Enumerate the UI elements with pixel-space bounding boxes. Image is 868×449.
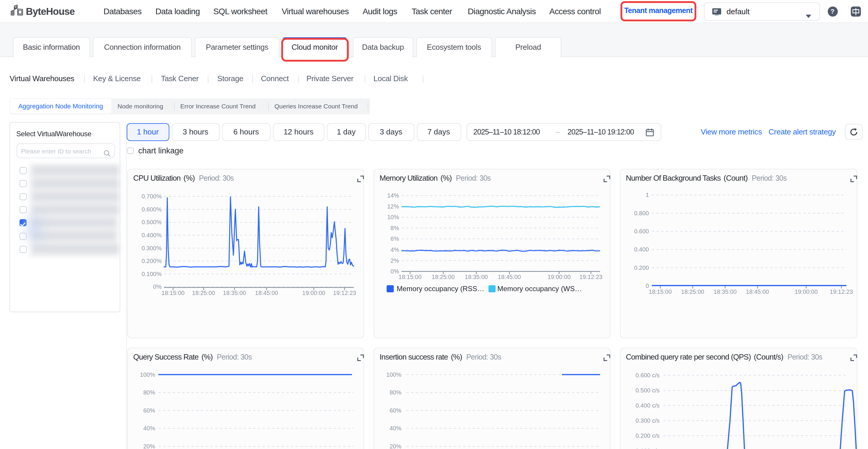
svg-text:0.600: 0.600 [634, 228, 649, 235]
svg-text:0.500 c/s: 0.500 c/s [636, 387, 659, 394]
svg-text:14%: 14% [387, 192, 399, 199]
svg-text:0.200: 0.200 [634, 265, 649, 271]
svg-text:19:00:00: 19:00:00 [548, 274, 571, 280]
svg-text:18:25:00: 18:25:00 [192, 290, 215, 296]
svg-text:0: 0 [646, 282, 649, 289]
svg-text:19:12:23: 19:12:23 [830, 289, 853, 295]
svg-text:40%: 40% [390, 425, 401, 431]
svg-text:1: 1 [646, 191, 649, 198]
svg-text:0.200%: 0.200% [142, 258, 162, 264]
svg-text:18:15:00: 18:15:00 [649, 289, 672, 295]
svg-text:80%: 80% [143, 389, 155, 396]
svg-text:18:35:00: 18:35:00 [223, 290, 246, 296]
svg-text:0.400: 0.400 [634, 246, 649, 252]
svg-text:19:12:23: 19:12:23 [579, 274, 602, 280]
svg-text:100%: 100% [386, 371, 401, 378]
svg-text:8%: 8% [391, 225, 399, 231]
svg-text:18:15:00: 18:15:00 [399, 274, 422, 280]
svg-text:80%: 80% [390, 389, 401, 396]
svg-text:20%: 20% [143, 443, 155, 449]
svg-text:18:25:00: 18:25:00 [432, 274, 455, 280]
svg-text:60%: 60% [143, 407, 155, 414]
svg-text:18:45:00: 18:45:00 [498, 274, 521, 280]
svg-text:19:00:00: 19:00:00 [302, 290, 326, 296]
svg-text:0%: 0% [391, 268, 399, 274]
svg-text:18:25:00: 18:25:00 [681, 289, 704, 295]
svg-text:12%: 12% [387, 203, 399, 210]
svg-text:18:15:00: 18:15:00 [162, 290, 185, 296]
svg-text:0.100%: 0.100% [142, 271, 162, 277]
svg-text:0.400 c/s: 0.400 c/s [636, 402, 659, 409]
svg-text:18:35:00: 18:35:00 [465, 274, 488, 280]
svg-text:0.300%: 0.300% [142, 245, 162, 251]
svg-text:0.200 c/s: 0.200 c/s [636, 432, 659, 439]
svg-text:2%: 2% [391, 258, 399, 264]
svg-text:0.800: 0.800 [634, 210, 649, 216]
svg-text:0%: 0% [153, 283, 162, 290]
svg-text:Memory occupancy (WS…: Memory occupancy (WS… [497, 285, 582, 293]
svg-text:100%: 100% [140, 371, 155, 378]
svg-text:19:12:23: 19:12:23 [333, 290, 356, 296]
svg-text:18:35:00: 18:35:00 [713, 289, 737, 295]
svg-text:60%: 60% [390, 407, 401, 414]
svg-text:18:45:00: 18:45:00 [255, 290, 278, 296]
svg-text:6%: 6% [391, 236, 399, 242]
svg-text:0.600 c/s: 0.600 c/s [636, 372, 659, 379]
svg-text:0.500%: 0.500% [142, 219, 162, 226]
svg-text:10%: 10% [387, 214, 399, 220]
svg-text:Memory occupancy (RSS…: Memory occupancy (RSS… [397, 285, 484, 293]
svg-text:40%: 40% [143, 425, 155, 431]
svg-text:0.100 c/s: 0.100 c/s [636, 448, 659, 449]
svg-text:0.300 c/s: 0.300 c/s [636, 417, 659, 424]
svg-text:4%: 4% [391, 246, 399, 253]
svg-text:0.700%: 0.700% [142, 193, 162, 200]
svg-text:0.600%: 0.600% [142, 206, 162, 213]
svg-text:0.400%: 0.400% [142, 232, 162, 238]
svg-text:18:45:00: 18:45:00 [746, 289, 769, 295]
svg-text:20%: 20% [390, 443, 401, 449]
svg-text:19:00:00: 19:00:00 [795, 289, 818, 295]
